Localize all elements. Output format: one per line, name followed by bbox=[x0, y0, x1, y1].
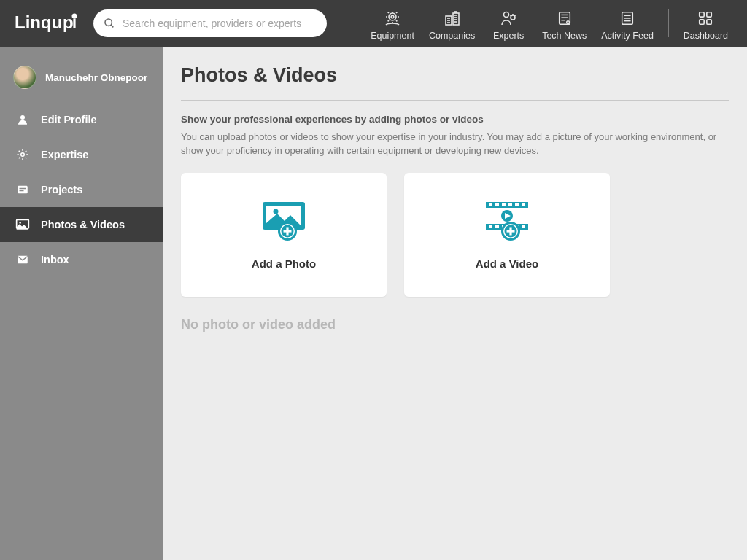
page-description: You can upload photos or videos to show … bbox=[181, 131, 729, 158]
svg-point-6 bbox=[389, 13, 396, 20]
svg-rect-60 bbox=[495, 225, 499, 228]
svg-rect-64 bbox=[522, 225, 525, 228]
sidebar-item-label: Inbox bbox=[41, 254, 69, 265]
experts-icon bbox=[500, 9, 517, 28]
page-subhead: Show your professional experiences by ad… bbox=[181, 114, 729, 125]
svg-rect-33 bbox=[707, 20, 711, 24]
sidebar: Manuchehr Obnepoor Edit Profile Expertis… bbox=[0, 47, 163, 560]
activityfeed-icon bbox=[619, 9, 635, 28]
gear-icon bbox=[15, 148, 31, 161]
sidebar-item-label: Projects bbox=[41, 184, 82, 195]
svg-rect-54 bbox=[495, 203, 499, 206]
svg-rect-57 bbox=[515, 203, 519, 206]
sidebar-item-photos-videos[interactable]: Photos & Videos bbox=[0, 207, 163, 242]
add-photo-card[interactable]: Add a Photo bbox=[181, 173, 387, 297]
technews-icon bbox=[557, 9, 573, 28]
sidebar-item-label: Edit Profile bbox=[41, 114, 97, 125]
profile-row[interactable]: Manuchehr Obnepoor bbox=[0, 57, 163, 102]
svg-rect-71 bbox=[507, 230, 515, 233]
svg-point-19 bbox=[504, 12, 509, 18]
main-content: Photos & Videos Show your professional e… bbox=[163, 47, 747, 560]
equipment-icon bbox=[384, 9, 401, 28]
svg-point-44 bbox=[274, 209, 279, 214]
svg-point-35 bbox=[21, 153, 25, 157]
svg-rect-59 bbox=[489, 225, 492, 228]
top-nav: Equipment Companies Experts bbox=[363, 6, 735, 41]
profile-name: Manuchehr Obnepoor bbox=[45, 72, 147, 83]
sidebar-item-projects[interactable]: Projects bbox=[0, 172, 163, 207]
nav-label: Activity Feed bbox=[601, 31, 654, 41]
sidebar-item-label: Expertise bbox=[41, 149, 88, 160]
card-label: Add a Photo bbox=[252, 257, 316, 270]
add-video-card[interactable]: Add a Video bbox=[404, 173, 610, 297]
card-label: Add a Video bbox=[476, 257, 538, 270]
svg-rect-53 bbox=[489, 203, 492, 206]
nav-technews[interactable]: Tech News bbox=[535, 6, 594, 41]
logo[interactable]: Linqu p bbox=[15, 12, 82, 34]
nav-label: Equipment bbox=[371, 31, 414, 41]
sidebar-item-label: Photos & Videos bbox=[41, 219, 125, 230]
nav-dashboard[interactable]: Dashboard bbox=[676, 6, 735, 41]
svg-rect-58 bbox=[522, 203, 525, 206]
svg-point-40 bbox=[19, 222, 21, 224]
logo-icon: Linqu p bbox=[15, 12, 82, 34]
dashboard-icon bbox=[697, 9, 713, 28]
nav-divider bbox=[668, 9, 669, 37]
nav-label: Experts bbox=[493, 31, 524, 41]
nav-equipment[interactable]: Equipment bbox=[363, 6, 422, 41]
svg-rect-56 bbox=[508, 203, 512, 206]
divider bbox=[181, 100, 729, 101]
svg-rect-55 bbox=[502, 203, 506, 206]
svg-point-4 bbox=[105, 19, 112, 26]
svg-rect-36 bbox=[18, 186, 28, 194]
nav-label: Tech News bbox=[542, 31, 587, 41]
upload-cards: Add a Photo bbox=[181, 173, 729, 297]
sidebar-item-expertise[interactable]: Expertise bbox=[0, 137, 163, 172]
nav-experts[interactable]: Experts bbox=[482, 6, 535, 41]
svg-rect-49 bbox=[284, 230, 292, 233]
svg-rect-30 bbox=[700, 12, 704, 17]
photos-icon bbox=[15, 218, 31, 231]
add-video-icon bbox=[481, 199, 533, 244]
user-icon bbox=[15, 113, 31, 126]
page-title: Photos & Videos bbox=[181, 64, 729, 87]
svg-point-2 bbox=[72, 14, 77, 19]
mail-icon bbox=[15, 253, 31, 266]
svg-text:Linqu: Linqu bbox=[15, 12, 62, 32]
svg-rect-37 bbox=[20, 188, 26, 190]
nav-companies[interactable]: Companies bbox=[422, 6, 482, 41]
add-photo-icon bbox=[258, 199, 309, 244]
search-box[interactable] bbox=[93, 9, 327, 37]
svg-line-5 bbox=[111, 25, 113, 27]
svg-point-34 bbox=[20, 115, 25, 120]
nav-label: Companies bbox=[429, 31, 475, 41]
svg-text:p: p bbox=[63, 12, 74, 32]
main-header: Linqu p Equipment bbox=[0, 0, 747, 47]
companies-icon bbox=[444, 9, 461, 28]
svg-point-20 bbox=[511, 15, 515, 20]
svg-point-25 bbox=[566, 21, 569, 24]
sidebar-item-edit-profile[interactable]: Edit Profile bbox=[0, 102, 163, 137]
sidebar-item-inbox[interactable]: Inbox bbox=[0, 242, 163, 277]
avatar bbox=[13, 66, 36, 89]
svg-rect-32 bbox=[700, 20, 704, 24]
svg-rect-21 bbox=[559, 12, 570, 25]
search-icon bbox=[104, 18, 115, 29]
search-input[interactable] bbox=[123, 18, 317, 29]
nav-label: Dashboard bbox=[684, 31, 728, 41]
svg-rect-38 bbox=[20, 190, 24, 192]
projects-icon bbox=[15, 183, 31, 196]
svg-point-7 bbox=[391, 15, 394, 18]
svg-rect-31 bbox=[707, 12, 711, 17]
empty-state-text: No photo or video added bbox=[181, 317, 729, 332]
nav-activityfeed[interactable]: Activity Feed bbox=[594, 6, 661, 41]
